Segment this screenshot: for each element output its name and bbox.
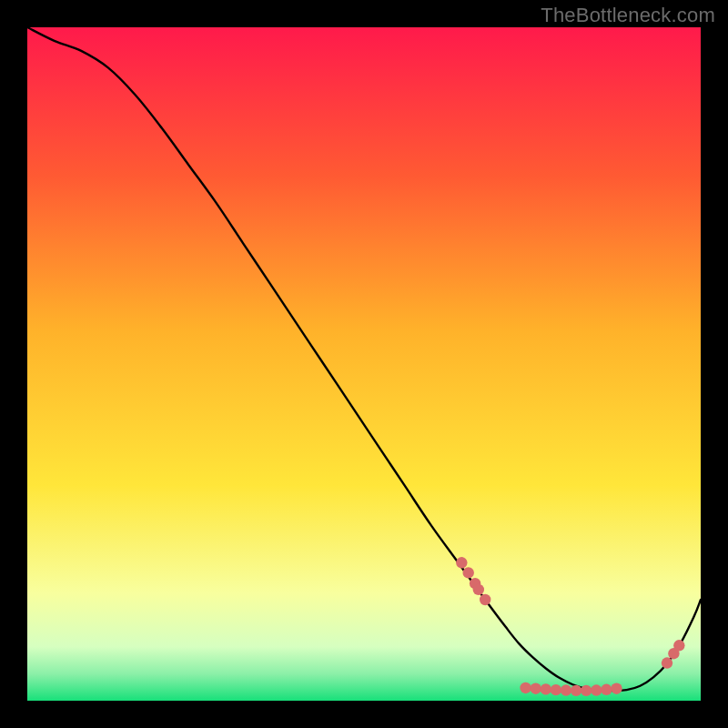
data-marker	[480, 594, 490, 605]
data-marker	[456, 557, 467, 568]
data-marker	[662, 657, 672, 668]
data-marker	[673, 640, 684, 651]
data-marker	[581, 685, 592, 696]
data-marker	[591, 684, 602, 695]
data-marker	[520, 682, 531, 693]
data-marker	[531, 682, 541, 693]
bottleneck-chart	[27, 27, 701, 701]
chart-frame: TheBottleneck.com	[0, 0, 728, 728]
data-marker	[611, 682, 622, 693]
data-marker	[541, 683, 551, 694]
plot-area	[27, 27, 701, 701]
data-marker	[601, 684, 612, 695]
data-marker	[561, 684, 571, 695]
data-marker	[463, 567, 474, 578]
watermark-text: TheBottleneck.com	[541, 4, 715, 27]
data-marker	[571, 685, 581, 696]
data-marker	[551, 684, 561, 695]
heatmap-background	[27, 27, 701, 701]
data-marker	[473, 584, 484, 595]
